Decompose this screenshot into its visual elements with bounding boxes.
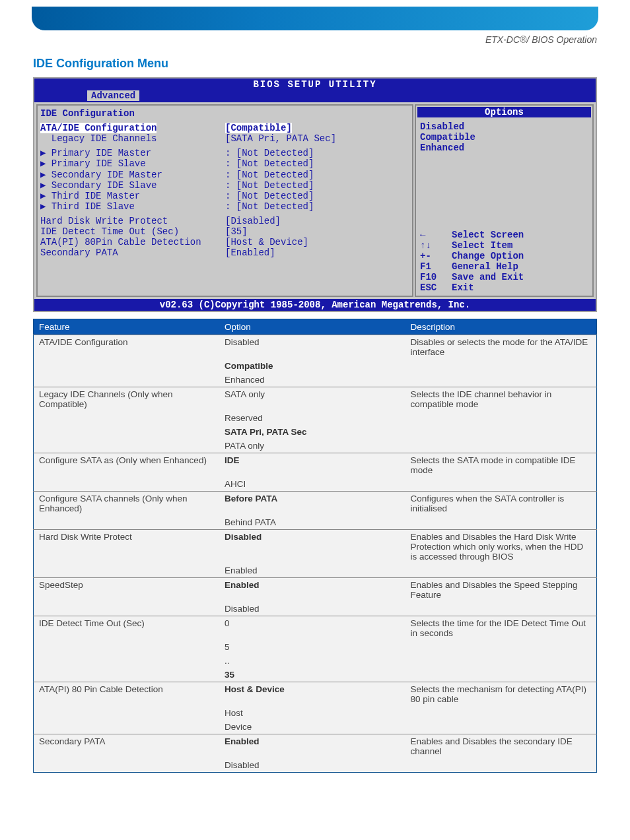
- cell-option: Behind PATA: [219, 515, 405, 530]
- bios-help-text: General Help: [452, 261, 518, 272]
- table-row: Device: [34, 720, 597, 734]
- cell-option: Disabled: [219, 530, 405, 564]
- cell-description: Configures when the SATA controller is i…: [405, 492, 596, 516]
- bios-panel-title: IDE Configuration: [40, 108, 409, 119]
- bios-help-key: ↑↓: [420, 240, 452, 251]
- bios-options-header: Options: [417, 107, 591, 117]
- bios-ide-row: ▶ Secondary IDE Master: [Not Detected]: [40, 170, 409, 180]
- cell-feature: [34, 515, 219, 530]
- cell-feature: [34, 373, 219, 387]
- table-row: Configure SATA channels (Only when Enhan…: [34, 492, 597, 516]
- bios-row-label: Secondary PATA: [40, 247, 225, 258]
- cell-option: 0: [219, 616, 405, 641]
- bios-row-label: Hard Disk Write Protect: [40, 216, 225, 226]
- cell-option: Reserved: [219, 411, 405, 425]
- bios-ide-row: ▶ Primary IDE Slave: [Not Detected]: [40, 158, 409, 169]
- cell-description: [405, 668, 596, 682]
- table-row: Secondary PATAEnabledEnables and Disable…: [34, 734, 597, 759]
- cell-description: [405, 720, 596, 734]
- table-row: SpeedStepEnabledEnables and Disables the…: [34, 578, 597, 602]
- col-feature: Feature: [34, 319, 219, 335]
- cell-option: Enhanced: [219, 373, 405, 387]
- cell-feature: Configure SATA as (Only when Enhanced): [34, 453, 219, 478]
- bios-help-key: ←: [420, 230, 452, 240]
- cell-option: Compatible: [219, 359, 405, 373]
- bios-tabs: Advanced: [34, 90, 596, 102]
- cell-option: ..: [219, 654, 405, 668]
- bios-help-row: F1General Help: [420, 261, 588, 272]
- col-option: Option: [219, 319, 405, 335]
- bios-ide-label: ▶ Third IDE Master: [40, 191, 225, 201]
- cell-option: Enabled: [219, 564, 405, 578]
- bios-row: ATA(PI) 80Pin Cable Detection[Host & Dev…: [40, 237, 409, 247]
- cell-option: Enabled: [219, 734, 405, 759]
- triangle-icon: ▶: [40, 201, 52, 212]
- bios-help-row: ↑↓Select Item: [420, 240, 588, 251]
- cell-description: [405, 411, 596, 425]
- cell-feature: [34, 668, 219, 682]
- bios-ide-value: : [Not Detected]: [225, 201, 314, 212]
- cell-description: Enables and Disables the Hard Disk Write…: [405, 530, 596, 564]
- cell-option: Enabled: [219, 578, 405, 602]
- cell-description: [405, 758, 596, 773]
- table-row: Behind PATA: [34, 515, 597, 530]
- table-row: PATA only: [34, 439, 597, 453]
- cell-description: [405, 515, 596, 530]
- bios-ide-label: ▶ Primary IDE Master: [40, 148, 225, 158]
- cell-feature: [34, 706, 219, 720]
- cell-feature: [34, 359, 219, 373]
- bios-row-label: Legacy IDE Channels: [40, 133, 225, 144]
- cell-feature: [34, 602, 219, 616]
- table-row: Hard Disk Write ProtectDisabledEnables a…: [34, 530, 597, 564]
- table-row: ATA(PI) 80 Pin Cable DetectionHost & Dev…: [34, 682, 597, 707]
- cell-option: Host: [219, 706, 405, 720]
- cell-option: AHCI: [219, 477, 405, 492]
- table-row: Configure SATA as (Only when Enhanced)ID…: [34, 453, 597, 478]
- bios-screenshot: BIOS SETUP UTILITY Advanced IDE Configur…: [33, 77, 597, 312]
- bios-row: ATA/IDE Configuration[Compatible]: [40, 123, 409, 133]
- table-row: 5: [34, 640, 597, 654]
- bios-option: Disabled: [420, 121, 588, 132]
- bios-help-key: F10: [420, 272, 452, 282]
- bios-row: IDE Detect Time Out (Sec)[35]: [40, 226, 409, 237]
- cell-feature: Legacy IDE Channels (Only when Compatibl…: [34, 387, 219, 412]
- cell-feature: ATA(PI) 80 Pin Cable Detection: [34, 682, 219, 707]
- cell-option: PATA only: [219, 439, 405, 453]
- section-title: IDE Configuration Menu: [33, 57, 630, 71]
- bios-tab-advanced: Advanced: [87, 90, 139, 101]
- bios-ide-value: : [Not Detected]: [225, 170, 314, 180]
- bios-help-text: Save and Exit: [452, 272, 524, 282]
- cell-description: Selects the SATA mode in compatible IDE …: [405, 453, 596, 478]
- cell-description: Enables and Disables the secondary IDE c…: [405, 734, 596, 759]
- table-row: Enabled: [34, 564, 597, 578]
- bios-ide-row: ▶ Third IDE Master: [Not Detected]: [40, 191, 409, 201]
- cell-option: Disabled: [219, 335, 405, 360]
- bios-help-row: ←Select Screen: [420, 230, 588, 240]
- bios-help-key: +-: [420, 251, 452, 261]
- bios-ide-row: ▶ Primary IDE Master: [Not Detected]: [40, 148, 409, 158]
- bios-row: Secondary PATA[Enabled]: [40, 247, 409, 258]
- cell-feature: Hard Disk Write Protect: [34, 530, 219, 564]
- bios-help-key: F1: [420, 261, 452, 272]
- cell-description: [405, 602, 596, 616]
- cell-feature: [34, 640, 219, 654]
- bios-ide-label: ▶ Primary IDE Slave: [40, 158, 225, 169]
- cell-option: IDE: [219, 453, 405, 478]
- cell-description: Selects the IDE channel behavior in comp…: [405, 387, 596, 412]
- cell-option: Before PATA: [219, 492, 405, 516]
- bios-help-key: ESC: [420, 282, 452, 293]
- cell-description: Selects the time for the IDE Detect Time…: [405, 616, 596, 641]
- cell-description: [405, 706, 596, 720]
- cell-description: [405, 425, 596, 439]
- bios-row-value: [Host & Device]: [225, 237, 308, 247]
- table-row: Reserved: [34, 411, 597, 425]
- table-row: Host: [34, 706, 597, 720]
- bios-help-text: Select Screen: [452, 230, 524, 240]
- bios-help-row: F10Save and Exit: [420, 272, 588, 282]
- bios-ide-value: : [Not Detected]: [225, 191, 314, 201]
- bios-row-label: ATA(PI) 80Pin Cable Detection: [40, 237, 225, 247]
- cell-feature: [34, 654, 219, 668]
- cell-feature: [34, 439, 219, 453]
- bios-row-label: IDE Detect Time Out (Sec): [40, 226, 225, 237]
- cell-description: Disables or selects the mode for the ATA…: [405, 335, 596, 360]
